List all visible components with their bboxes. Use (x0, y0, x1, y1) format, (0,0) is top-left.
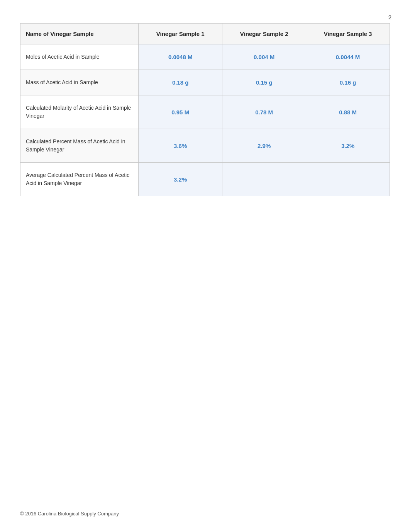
row-label-4: Average Calculated Percent Mass of Aceti… (20, 163, 139, 196)
footer-copyright: © 2016 Carolina Biological Supply Compan… (20, 511, 119, 517)
data-table: Name of Vinegar Sample Vinegar Sample 1 … (20, 23, 390, 196)
row-col1-2: 0.95 M (139, 95, 222, 129)
page-number: 2 (388, 14, 391, 20)
header-col1: Vinegar Sample 1 (139, 24, 222, 44)
row-col3-3: 3.2% (306, 129, 390, 163)
row-col2-4 (222, 163, 306, 196)
row-col2-3: 2.9% (222, 129, 306, 163)
row-label-0: Moles of Acetic Acid in Sample (20, 44, 139, 70)
row-col1-4: 3.2% (139, 163, 222, 196)
row-col3-0: 0.0044 M (306, 44, 390, 70)
row-col3-2: 0.88 M (306, 95, 390, 129)
row-col3-1: 0.16 g (306, 70, 390, 95)
row-label-1: Mass of Acetic Acid in Sample (20, 70, 139, 95)
row-label-2: Calculated Molarity of Acetic Acid in Sa… (20, 95, 139, 129)
header-label: Name of Vinegar Sample (20, 24, 139, 44)
row-col1-3: 3.6% (139, 129, 222, 163)
header-col2: Vinegar Sample 2 (222, 24, 306, 44)
row-col1-0: 0.0048 M (139, 44, 222, 70)
row-col3-4 (306, 163, 390, 196)
row-label-3: Calculated Percent Mass of Acetic Acid i… (20, 129, 139, 163)
row-col2-1: 0.15 g (222, 70, 306, 95)
row-col1-1: 0.18 g (139, 70, 222, 95)
row-col2-2: 0.78 M (222, 95, 306, 129)
row-col2-0: 0.004 M (222, 44, 306, 70)
header-col3: Vinegar Sample 3 (306, 24, 390, 44)
